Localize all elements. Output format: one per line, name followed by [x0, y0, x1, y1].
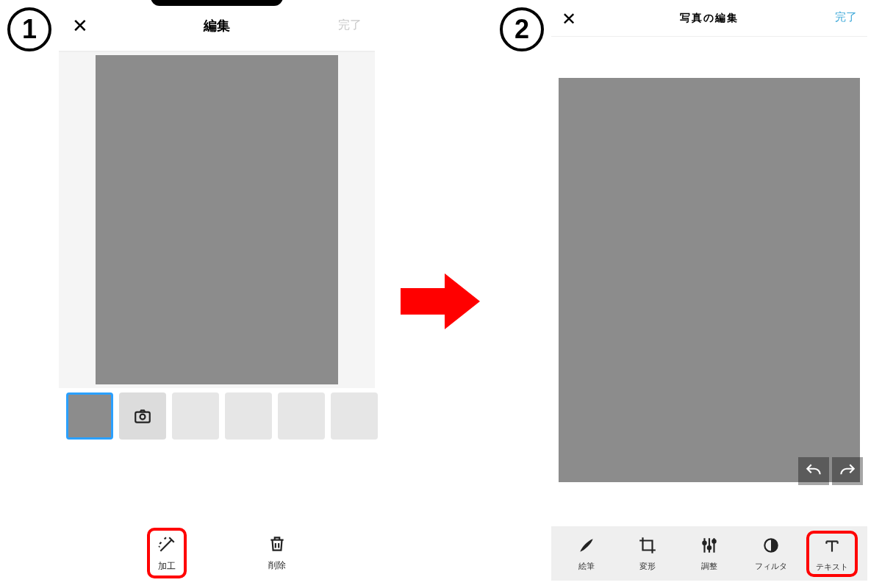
close-button[interactable]: ✕	[72, 16, 88, 35]
header: ✕ 編集 完了	[59, 0, 375, 51]
header-title: 編集	[204, 17, 230, 35]
camera-icon	[133, 406, 152, 426]
brush-tool[interactable]: 絵筆	[561, 536, 612, 572]
undo-button[interactable]	[798, 457, 829, 485]
process-label: 加工	[158, 560, 176, 573]
crop-icon	[638, 536, 657, 558]
adjust-label: 調整	[701, 561, 717, 572]
adjust-tool[interactable]: 調整	[684, 536, 735, 572]
svg-point-2	[703, 541, 706, 544]
image-canvas[interactable]	[96, 55, 338, 384]
brush-icon	[577, 536, 596, 558]
header: ✕ 写真の編集 完了	[551, 0, 867, 37]
edit-toolbar: 絵筆 変形 調整 フィルタ テキスト	[551, 526, 867, 581]
thumbnail-empty[interactable]	[172, 392, 219, 440]
redo-icon	[838, 462, 857, 481]
redo-button[interactable]	[832, 457, 863, 485]
sliders-icon	[700, 536, 719, 558]
process-button[interactable]: 加工	[147, 528, 187, 578]
image-canvas-area	[59, 51, 375, 388]
photo-edit-screen: ✕ 写真の編集 完了 絵筆 変形	[551, 0, 867, 588]
transform-tool[interactable]: 変形	[622, 536, 673, 572]
wand-icon	[157, 535, 176, 557]
thumbnail-empty[interactable]	[225, 392, 272, 440]
thumbnail-selected[interactable]	[66, 392, 113, 440]
text-icon	[822, 537, 842, 559]
done-button-disabled: 完了	[338, 18, 362, 33]
brush-label: 絵筆	[578, 561, 595, 572]
undo-icon	[804, 462, 823, 481]
filter-label: フィルタ	[755, 561, 787, 572]
thumbnail-add-camera[interactable]	[119, 392, 166, 440]
undo-redo-group	[798, 457, 863, 485]
bottom-toolbar: 加工 削除	[59, 525, 375, 581]
header-title: 写真の編集	[680, 12, 739, 25]
filter-tool[interactable]: フィルタ	[745, 536, 797, 572]
delete-label: 削除	[268, 559, 286, 572]
svg-point-1	[140, 415, 146, 420]
step-badge-2: 2	[500, 7, 544, 51]
step-badge-1: 1	[7, 7, 51, 51]
text-tool[interactable]: テキスト	[806, 531, 858, 577]
thumbnail-empty[interactable]	[278, 392, 325, 440]
image-canvas[interactable]	[559, 78, 860, 482]
text-label: テキスト	[816, 562, 848, 573]
thumbnail-strip	[59, 388, 375, 444]
thumbnail-empty[interactable]	[331, 392, 378, 440]
trash-icon	[268, 534, 287, 556]
transform-label: 変形	[639, 561, 656, 572]
edit-screen: ✕ 編集 完了 加工 削除	[59, 0, 375, 588]
delete-button[interactable]: 削除	[268, 534, 287, 572]
filter-icon	[761, 536, 781, 558]
svg-point-4	[712, 539, 715, 542]
done-button[interactable]: 完了	[835, 10, 857, 24]
close-button[interactable]: ✕	[562, 9, 576, 29]
svg-point-3	[708, 546, 711, 549]
